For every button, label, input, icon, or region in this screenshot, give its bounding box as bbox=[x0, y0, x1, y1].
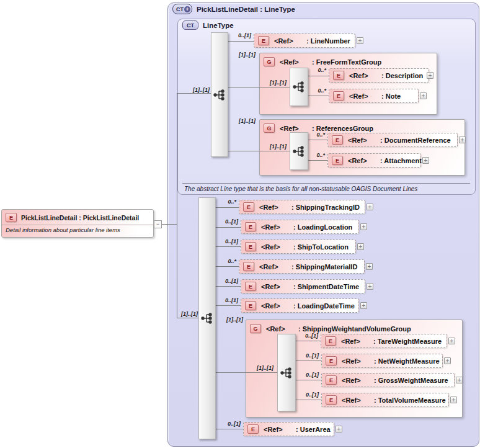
cardinality-label: [1]..[1] bbox=[260, 79, 287, 86]
element-badge: E bbox=[243, 202, 254, 212]
element-box-userarea[interactable]: E <Ref> : UserArea bbox=[243, 422, 334, 436]
ref-label: <Ref> bbox=[259, 263, 291, 271]
element-box-netweightmeasure[interactable]: E <Ref> : NetWeightMeasure bbox=[321, 354, 443, 368]
expand-button[interactable]: + bbox=[367, 204, 373, 210]
element-badge: E bbox=[245, 282, 256, 291]
expand-button[interactable]: + bbox=[420, 92, 427, 99]
sequence-bar-freeformtextgroup[interactable] bbox=[290, 68, 308, 106]
element-name: : Note bbox=[381, 92, 401, 100]
element-name: : GrossWeightMeasure bbox=[374, 377, 448, 384]
sequence-bar-extension[interactable] bbox=[198, 197, 216, 439]
element-badge: E bbox=[325, 336, 336, 346]
sequence-bar-referencesgroup[interactable] bbox=[290, 132, 308, 170]
cardinality-label: 0..* bbox=[299, 132, 325, 138]
expand-button[interactable]: + bbox=[357, 37, 363, 44]
xsd-diagram-canvas: The abstract Line type that is the basis… bbox=[0, 0, 480, 448]
element-box-attachment[interactable]: E <Ref> : Attachment bbox=[327, 153, 421, 168]
ref-label: <Ref> bbox=[264, 426, 296, 433]
root-element-box[interactable]: E PickListLineDetail : PickListLineDetai… bbox=[1, 209, 154, 238]
element-badge: E bbox=[245, 222, 256, 231]
cardinality-label: [1]..[1] bbox=[172, 311, 198, 317]
expand-button[interactable]: + bbox=[366, 263, 373, 270]
expand-button[interactable]: + bbox=[444, 357, 451, 364]
expand-button[interactable]: + bbox=[456, 377, 463, 383]
expand-button[interactable]: + bbox=[357, 243, 364, 250]
ref-label: <Ref> bbox=[261, 302, 293, 310]
element-name: : LineNumber bbox=[306, 37, 350, 45]
ref-label: <Ref> bbox=[341, 338, 373, 345]
element-name: : Description bbox=[381, 72, 423, 79]
expand-button[interactable]: + bbox=[367, 283, 373, 290]
element-name: : ShipToLocation bbox=[293, 243, 349, 251]
cardinality-label: 0..* bbox=[300, 67, 326, 73]
root-box-divider bbox=[2, 225, 153, 225]
element-box-shippingmaterialid[interactable]: E <Ref> : ShippingMaterialID bbox=[239, 259, 365, 274]
element-badge: E bbox=[333, 91, 344, 101]
cardinality-label: 0..* bbox=[210, 258, 236, 264]
element-box-loadinglocation[interactable]: E <Ref> : LoadingLocation bbox=[241, 220, 359, 234]
cardinality-label: 0..[1] bbox=[212, 278, 238, 284]
cardinality-label: 0..* bbox=[299, 152, 325, 158]
ref-label: <Ref> bbox=[348, 157, 380, 164]
element-badge: E bbox=[6, 213, 17, 222]
element-name: : DocumentReference bbox=[380, 137, 451, 144]
cardinality-label: 0..[1] bbox=[293, 372, 319, 378]
cardinality-label: 0..[1] bbox=[212, 218, 238, 225]
cardinality-label: 0..[1] bbox=[293, 392, 319, 398]
cardinality-label: 0..[1] bbox=[225, 32, 251, 38]
sequence-icon bbox=[280, 367, 293, 379]
cardinality-label: [1]..[1] bbox=[247, 365, 273, 371]
element-box-shipmentdatetime[interactable]: E <Ref> : ShipmentDateTime bbox=[241, 279, 365, 293]
element-badge: E bbox=[245, 301, 256, 310]
sequence-bar-linetype[interactable] bbox=[211, 32, 228, 157]
cardinality-label: 0..[1] bbox=[293, 352, 319, 359]
element-box-shiptolocation[interactable]: E <Ref> : ShipToLocation bbox=[241, 240, 356, 254]
element-badge: E bbox=[326, 375, 337, 385]
element-badge: E bbox=[243, 262, 254, 271]
element-box-description[interactable]: E <Ref> : Description bbox=[329, 68, 429, 83]
sequence-icon bbox=[213, 89, 226, 101]
expand-button[interactable]: + bbox=[336, 426, 342, 432]
element-box-totalvolumemeasure[interactable]: E <Ref> : TotalVolumeMeasure bbox=[321, 393, 449, 407]
cardinality-label: 0..[1] bbox=[215, 421, 241, 427]
element-box-documentreference[interactable]: E <Ref> : DocumentReference bbox=[327, 133, 458, 147]
expand-button[interactable]: + bbox=[360, 302, 367, 309]
expand-button[interactable]: + bbox=[360, 223, 367, 230]
collapse-toggle[interactable]: − bbox=[154, 220, 162, 228]
ref-label: <Ref> bbox=[261, 223, 293, 231]
element-badge: E bbox=[332, 135, 343, 145]
cardinality-label: [1]..[1] bbox=[260, 143, 287, 150]
element-name: : LoadingLocation bbox=[293, 223, 352, 231]
expand-button[interactable]: + bbox=[459, 137, 466, 143]
ref-label: <Ref> bbox=[342, 396, 374, 404]
ref-label: <Ref> bbox=[342, 357, 374, 365]
cardinality-label: [1]..[1] bbox=[184, 87, 210, 93]
expand-button[interactable]: + bbox=[427, 72, 433, 79]
element-badge: E bbox=[326, 395, 337, 405]
ref-label: <Ref> bbox=[348, 137, 380, 144]
element-name: : TareWeightMeasure bbox=[373, 338, 442, 345]
element-box-tareweightmeasure[interactable]: E <Ref> : TareWeightMeasure bbox=[321, 334, 447, 348]
element-badge: E bbox=[333, 71, 344, 80]
cardinality-label: 0..* bbox=[300, 87, 326, 94]
expand-button[interactable]: + bbox=[422, 157, 429, 164]
element-name: : Attachment bbox=[380, 157, 422, 164]
element-box-loadingdatetime[interactable]: E <Ref> : LoadingDateTime bbox=[241, 298, 359, 313]
element-name: : UserArea bbox=[296, 426, 331, 433]
ref-label: <Ref> bbox=[261, 283, 293, 290]
expand-button[interactable]: + bbox=[448, 338, 455, 344]
element-box-linenumber[interactable]: E <Ref> : LineNumber bbox=[254, 34, 355, 48]
element-box-note[interactable]: E <Ref> : Note bbox=[329, 89, 419, 103]
cardinality-label: [1]..[1] bbox=[229, 52, 256, 58]
element-box-grossweightmeasure[interactable]: E <Ref> : GrossWeightMeasure bbox=[321, 373, 455, 387]
element-badge: E bbox=[332, 156, 343, 165]
element-name: : ShipmentDateTime bbox=[293, 283, 359, 290]
ref-label: <Ref> bbox=[274, 37, 306, 45]
element-badge: E bbox=[326, 356, 337, 365]
element-box-shippingtrackingid[interactable]: E <Ref> : ShippingTrackingID bbox=[239, 200, 365, 214]
element-badge: E bbox=[245, 242, 256, 251]
root-element-description: Detail information about particular line… bbox=[6, 226, 120, 233]
cardinality-label: [1]..[1] bbox=[229, 118, 256, 124]
expand-button[interactable]: + bbox=[450, 396, 457, 403]
sequence-icon bbox=[201, 313, 213, 324]
